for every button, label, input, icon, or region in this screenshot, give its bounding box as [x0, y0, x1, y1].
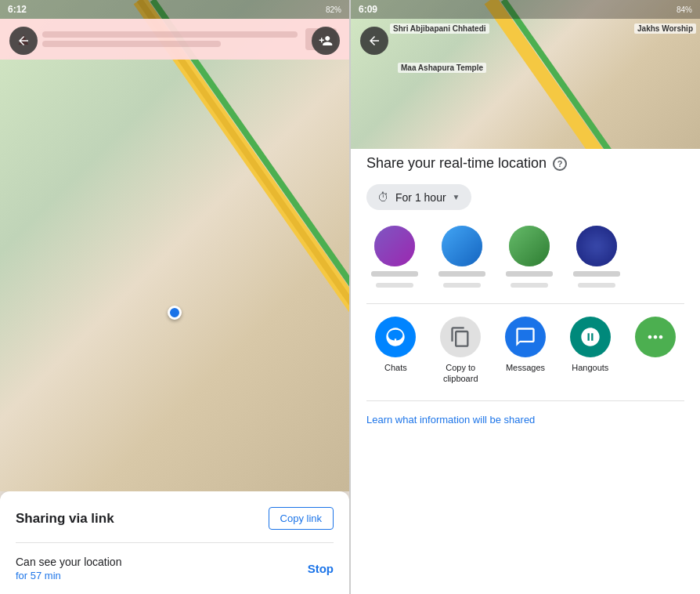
time-left: 6:12	[8, 4, 27, 15]
contact-name-sub-1	[376, 283, 413, 288]
messages-label: Messages	[506, 362, 545, 373]
clipboard-label: Copy to clipboard	[431, 362, 490, 385]
avatar-blur-3	[509, 226, 550, 266]
map-area-left	[0, 0, 349, 491]
copy-link-button[interactable]: Copy link	[269, 507, 334, 530]
app-item-more[interactable]	[626, 317, 684, 357]
map-bg-right	[351, 0, 700, 149]
contact-name-sub-3	[511, 283, 548, 288]
duration-label: For 1 hour	[395, 191, 446, 204]
more-icon	[635, 317, 676, 357]
hangouts-icon	[570, 317, 611, 357]
add-person-button[interactable]	[312, 27, 340, 55]
contacts-row	[366, 226, 684, 288]
app-item-chats[interactable]: Chats	[366, 317, 425, 373]
battery-left: 82%	[326, 5, 341, 14]
left-panel: 6:12 82%	[0, 0, 349, 594]
app-item-clipboard[interactable]: Copy to clipboard	[431, 317, 490, 385]
contact-avatar-4	[576, 226, 617, 266]
back-button-left[interactable]	[9, 27, 38, 55]
status-icons-right: 84%	[677, 5, 692, 14]
banner-text	[42, 31, 298, 47]
contact-item-4[interactable]	[568, 226, 625, 288]
status-bar-right: 6:09 84%	[351, 0, 700, 19]
status-bar-left: 6:12 82%	[0, 0, 349, 19]
apps-row: Chats Copy to clipboard Messages	[366, 317, 684, 385]
map-label-right-3: Maa Ashapura Temple	[398, 63, 486, 73]
map-area-right: Shri Abjibapani Chhatedi Jakhs Worship M…	[351, 0, 700, 149]
contact-name-blur-3	[506, 271, 553, 277]
contact-avatar-1	[374, 226, 415, 266]
app-item-messages[interactable]: Messages	[496, 317, 555, 373]
clipboard-icon	[440, 317, 481, 357]
contact-name-sub-2	[443, 283, 481, 288]
right-panel: 6:09 84% Shri Abjibapani Chhatedi Jakhs …	[351, 0, 700, 594]
location-info-text: Can see your location for 57 min	[16, 556, 121, 581]
contact-name-sub-4	[578, 283, 615, 288]
help-icon[interactable]: ?	[553, 157, 567, 171]
location-banner	[0, 19, 349, 60]
chats-label: Chats	[384, 362, 407, 373]
dropdown-arrow-icon: ▼	[453, 193, 460, 201]
messages-icon	[505, 317, 546, 357]
contact-name-blur-4	[573, 271, 620, 277]
status-icons-left: 82%	[326, 5, 341, 14]
banner-line-1	[42, 31, 298, 38]
map-bg-left	[0, 0, 349, 491]
can-see-text: Can see your location	[16, 556, 121, 568]
location-info-row: Can see your location for 57 min Stop	[16, 543, 334, 594]
contact-item-1[interactable]	[366, 226, 423, 288]
battery-right: 84%	[677, 5, 692, 14]
app-item-hangouts[interactable]: Hangouts	[561, 317, 619, 373]
divider-2	[366, 400, 684, 401]
location-pin	[168, 306, 182, 320]
map-label-right-2: Jakhs Worship	[634, 24, 696, 34]
contact-item-2[interactable]	[434, 226, 490, 288]
hangouts-label: Hangouts	[572, 362, 608, 373]
sharing-row: Sharing via link Copy link	[16, 507, 334, 543]
share-sheet: Share your real-time location ? ⏱ For 1 …	[351, 139, 700, 594]
map-label-right-1: Shri Abjibapani Chhatedi	[390, 24, 489, 34]
stop-button[interactable]: Stop	[308, 562, 334, 575]
contact-avatar-3	[509, 226, 550, 266]
banner-line-2	[42, 41, 221, 47]
bottom-sheet-left: Sharing via link Copy link Can see your …	[0, 491, 349, 594]
contact-avatar-2	[442, 226, 482, 266]
share-title-row: Share your real-time location ?	[366, 155, 684, 172]
time-remaining: for 57 min	[16, 570, 121, 581]
duration-button[interactable]: ⏱ For 1 hour ▼	[366, 184, 471, 210]
avatar-blur-1	[374, 226, 415, 266]
contact-name-blur-2	[438, 271, 485, 277]
clock-icon: ⏱	[377, 190, 389, 204]
pin-circle	[168, 306, 182, 320]
divider-1	[366, 303, 684, 304]
contact-name-blur-1	[371, 271, 418, 277]
share-title: Share your real-time location	[366, 155, 547, 172]
sharing-title: Sharing via link	[16, 511, 114, 527]
avatar-blur-2	[442, 226, 482, 266]
avatar-blur-4	[576, 226, 617, 266]
learn-more-link[interactable]: Learn what information will be shared	[366, 414, 684, 426]
messenger-icon	[375, 317, 416, 357]
contact-item-3[interactable]	[501, 226, 557, 288]
time-right: 6:09	[359, 4, 377, 15]
back-button-right[interactable]	[360, 27, 388, 55]
